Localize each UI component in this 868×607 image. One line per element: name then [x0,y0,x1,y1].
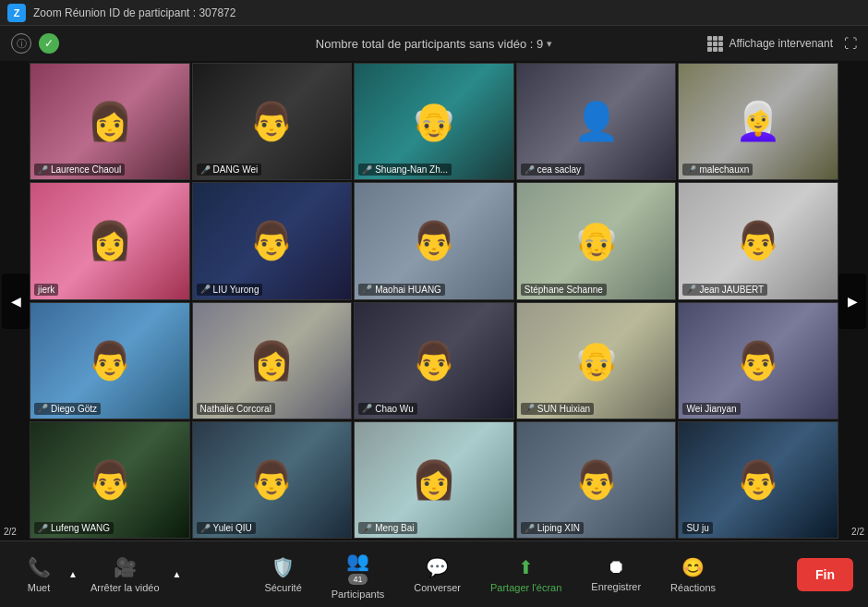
security-shield-icon[interactable]: ✓ [39,33,59,54]
share-label: Partager l'écran [490,582,561,593]
fullscreen-btn[interactable]: ⛶ [844,36,857,51]
mic-off-icon-7: 🎤 [200,285,211,294]
mic-off-icon-16: 🎤 [38,524,48,533]
share-screen-btn[interactable]: ⬆ Partager l'écran [483,551,569,599]
video-cell-14: 👴 🎤 SUN Huixian [516,302,677,419]
participant-label-8: Maohai HUANG [375,285,441,295]
participant-name-11: 🎤 Diego Götz [34,403,101,415]
grid-icon [707,36,723,52]
record-icon: ⏺ [607,556,625,577]
security-btn[interactable]: 🛡️ Sécurité [257,551,308,599]
toolbar: 📞 Muet ▲ 🎥 Arrêter la vidéo ▲ 🛡️ Sécurit… [0,540,868,607]
record-label: Enregistrer [591,581,641,592]
participant-video-6: 👩 [30,183,189,298]
participant-label-18: Meng Bai [375,523,414,533]
video-row-3: 👨 🎤 Diego Götz 👩 Nathalie Corcoral 👨 🎤 C… [30,302,838,419]
participant-label-7: LIU Yurong [213,285,259,295]
page-indicator-left: 2/2 [4,527,17,537]
mic-off-icon-14: 🎤 [524,404,535,413]
participant-name-7: 🎤 LIU Yurong [197,284,263,296]
mic-off-icon-2: 🎤 [200,165,211,175]
chat-icon: 💬 [426,556,449,578]
participant-name-2: 🎤 DANG Wei [197,164,262,176]
participants-btn[interactable]: 👥 41 Participants [324,544,392,605]
grid-dot [713,47,717,52]
video-cell-17: 👨 🎤 Yulei QIU [192,421,353,539]
participant-video-13: 👨 [355,303,513,419]
participant-name-12: Nathalie Corcoral [197,403,275,415]
record-btn[interactable]: ⏺ Enregistrer [584,551,648,598]
video-cell-10: 👨 🎤 Jean JAUBERT [678,182,838,299]
video-cell-16: 👨 🎤 Lufeng WANG [30,421,190,539]
video-cell-2: 👨 🎤 DANG Wei [192,63,353,180]
video-cell-13: 👨 🎤 Chao Wu [354,302,514,419]
mic-off-icon-17: 🎤 [200,524,211,533]
participant-label-2: DANG Wei [213,164,259,175]
info-icon[interactable]: ⓘ [11,33,31,54]
video-rows: 👩 🎤 Laurence Chaoul 👨 🎤 DANG Wei 👴 🎤 Shu… [0,61,868,540]
participant-name-16: 🎤 Lufeng WANG [34,522,114,534]
participants-count-text: Nombre total de participants sans vidéo … [316,37,543,51]
participant-label-1: Laurence Chaoul [51,164,121,175]
video-cell-3: 👴 🎤 Shuang-Nan Zh... [354,63,514,180]
nav-arrow-right[interactable]: ▶ [838,273,866,329]
reactions-label: Réactions [670,582,716,593]
participant-video-17: 👨 [193,422,352,538]
participants-label: Participants [332,589,384,600]
mic-off-icon-3: 🎤 [362,165,372,175]
video-cell-4: 👤 🎤 cea saclay [516,63,677,180]
participant-name-18: 🎤 Meng Bai [358,522,417,534]
participant-name-14: 🎤 SUN Huixian [521,403,594,415]
reactions-icon: 😊 [681,556,705,578]
participant-name-8: 🎤 Maohai HUANG [358,284,445,296]
title-bar: Z Zoom Réunion ID de participant : 30787… [0,0,868,26]
participant-label-9: Stéphane Schanne [524,285,603,295]
mute-icon: 📞 [28,556,51,578]
mute-caret[interactable]: ▲ [66,569,79,579]
participant-video-19: 👨 [517,422,676,538]
participant-video-18: 👩 [355,422,513,538]
participant-video-10: 👨 [679,183,838,298]
video-label: Arrêter la vidéo [90,582,160,593]
chat-btn[interactable]: 💬 Converser [406,551,468,599]
participants-dropdown-arrow[interactable]: ▾ [547,38,552,50]
participant-name-19: 🎤 Liping XIN [521,522,584,534]
display-mode-label: Affichage intervenant [729,37,833,50]
participant-name-5: 🎤 malechauxn [682,164,753,176]
mic-off-icon-1: 🎤 [38,165,48,175]
display-mode-btn[interactable]: Affichage intervenant [707,36,833,52]
top-bar-left: ⓘ ✓ [11,33,59,54]
mic-off-icon-8: 🎤 [362,285,372,294]
participant-video-8: 👨 [355,183,513,298]
zoom-logo: Z [7,4,26,22]
video-caret[interactable]: ▲ [171,569,184,579]
video-row-2: 👩 jierk 👨 🎤 LIU Yurong 👨 🎤 Maohai HUANG [30,182,838,299]
video-cell-15: 👨 Wei Jianyan [678,302,838,419]
participant-video-7: 👨 [193,183,352,298]
chat-label: Converser [414,582,461,593]
grid-dot [713,42,717,46]
end-meeting-btn[interactable]: Fin [797,558,853,591]
security-icon: 🛡️ [271,556,295,578]
participant-video-15: 👨 [679,303,838,419]
grid-dot [718,36,723,41]
toolbar-center-group: 🛡️ Sécurité 👥 41 Participants 💬 Converse… [257,544,723,605]
participant-label-17: Yulei QIU [213,523,252,533]
security-label: Sécurité [264,582,301,593]
mute-label: Muet [28,582,50,593]
toolbar-right-group: Fin [797,558,853,591]
mute-btn[interactable]: 📞 Muet [15,551,63,599]
mic-off-icon-4: 🎤 [524,165,535,175]
mic-off-icon-11: 🎤 [38,404,48,413]
video-icon: 🎥 [114,556,137,578]
participant-video-3: 👴 [355,64,513,179]
video-btn[interactable]: 🎥 Arrêter la vidéo [83,551,167,599]
video-cell-8: 👨 🎤 Maohai HUANG [354,182,514,299]
nav-arrow-left[interactable]: ◀ [2,273,30,329]
mic-off-icon-18: 🎤 [362,524,372,533]
grid-dot [707,42,712,46]
share-icon: ⬆ [518,556,534,578]
reactions-btn[interactable]: 😊 Réactions [663,551,723,599]
participants-count-bar: Nombre total de participants sans vidéo … [316,37,552,51]
participant-name-6: jierk [34,284,58,296]
